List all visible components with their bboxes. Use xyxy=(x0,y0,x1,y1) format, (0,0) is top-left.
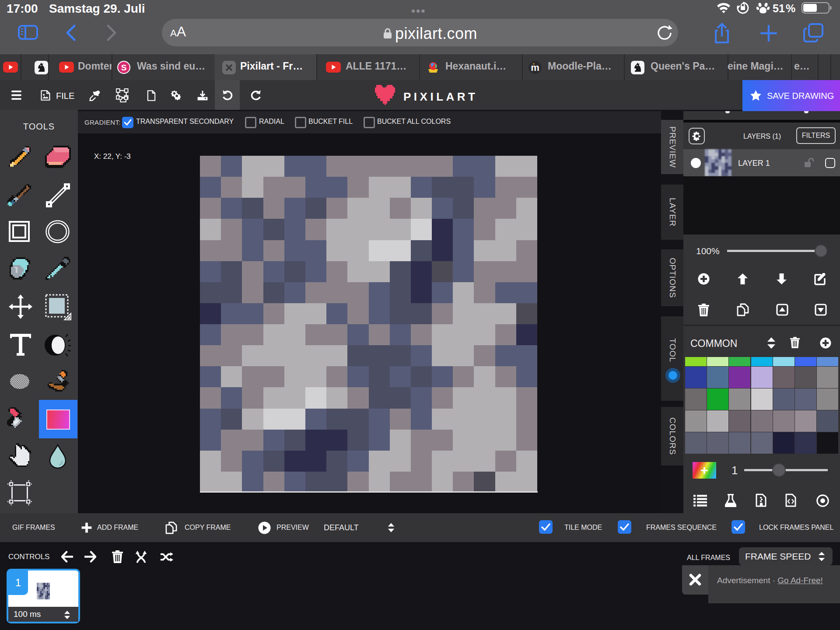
svg-text:S: S xyxy=(121,63,127,72)
svg-text:m: m xyxy=(531,62,539,73)
